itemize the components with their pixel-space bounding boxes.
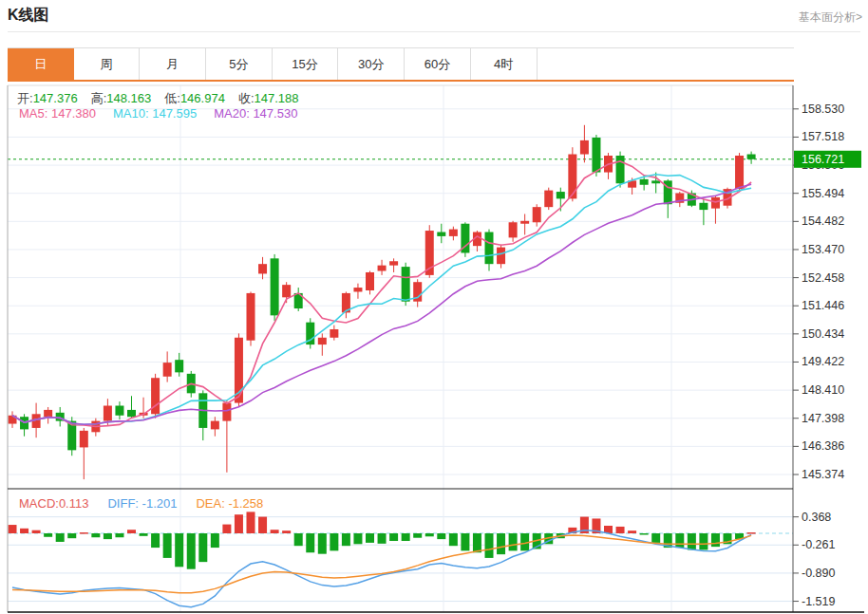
candle-body[interactable] bbox=[544, 191, 553, 208]
macd-bar[interactable] bbox=[461, 533, 469, 550]
macd-bar[interactable] bbox=[32, 530, 41, 533]
candle-body[interactable] bbox=[651, 180, 660, 183]
candle-body[interactable] bbox=[449, 230, 458, 236]
ma5-line bbox=[12, 161, 751, 427]
macd-bar[interactable] bbox=[425, 533, 434, 536]
kline-page: K线图 基本面分析> 日周月5分15分30分60分4时 158.530157.5… bbox=[0, 0, 868, 614]
macd-bar[interactable] bbox=[497, 533, 505, 554]
macd-bar[interactable] bbox=[306, 533, 314, 552]
macd-bar[interactable] bbox=[330, 533, 338, 550]
macd-bar[interactable] bbox=[175, 533, 183, 567]
candle-body[interactable] bbox=[568, 155, 576, 199]
candle-body[interactable] bbox=[509, 222, 518, 237]
macd-bar[interactable] bbox=[151, 533, 160, 548]
open-value: 147.376 bbox=[33, 91, 78, 105]
candle-body[interactable] bbox=[557, 192, 565, 198]
macd-bar[interactable] bbox=[187, 533, 196, 569]
macd-bar[interactable] bbox=[127, 530, 136, 533]
candle-body[interactable] bbox=[247, 293, 255, 341]
macd-bar[interactable] bbox=[342, 533, 350, 546]
macd-bar[interactable] bbox=[378, 533, 387, 544]
candle-body[interactable] bbox=[353, 288, 362, 291]
macd-bar[interactable] bbox=[104, 533, 112, 539]
macd-bar[interactable] bbox=[711, 533, 720, 547]
candle-body[interactable] bbox=[389, 261, 398, 265]
macd-bar[interactable] bbox=[44, 533, 52, 537]
candle-body[interactable] bbox=[222, 403, 231, 421]
candle-body[interactable] bbox=[104, 406, 112, 421]
candle-body[interactable] bbox=[580, 140, 589, 155]
macd-bar[interactable] bbox=[271, 530, 279, 533]
candle-body[interactable] bbox=[616, 156, 625, 183]
candle-body[interactable] bbox=[437, 233, 445, 236]
macd-bar[interactable] bbox=[91, 533, 100, 537]
macd-bar[interactable] bbox=[747, 532, 756, 534]
candle-body[interactable] bbox=[366, 272, 374, 290]
macd-bar[interactable] bbox=[247, 512, 255, 533]
macd-bar[interactable] bbox=[56, 533, 65, 542]
macd-bar[interactable] bbox=[688, 533, 696, 549]
macd-bar[interactable] bbox=[699, 533, 708, 549]
macd-bar[interactable] bbox=[198, 533, 207, 562]
candle-body[interactable] bbox=[402, 267, 410, 302]
candle-body[interactable] bbox=[163, 363, 172, 377]
candle-body[interactable] bbox=[711, 197, 720, 209]
macd-bar[interactable] bbox=[509, 533, 518, 550]
macd-bar[interactable] bbox=[449, 533, 458, 546]
macd-bar[interactable] bbox=[20, 529, 28, 533]
macd-bar[interactable] bbox=[115, 533, 123, 537]
axis-tick-label: -1.519 bbox=[802, 595, 835, 608]
candle-body[interactable] bbox=[282, 285, 291, 297]
macd-bar[interactable] bbox=[318, 533, 327, 554]
candle-body[interactable] bbox=[735, 156, 744, 189]
macd-bar[interactable] bbox=[163, 533, 172, 558]
macd-bar[interactable] bbox=[402, 533, 410, 541]
candle-body[interactable] bbox=[115, 406, 123, 416]
macd-bar[interactable] bbox=[235, 514, 243, 533]
candle-body[interactable] bbox=[127, 410, 136, 417]
macd-bar[interactable] bbox=[366, 533, 374, 543]
candle-body[interactable] bbox=[175, 360, 183, 372]
macd-bar[interactable] bbox=[294, 533, 303, 546]
candle-body[interactable] bbox=[520, 221, 529, 224]
macd-bar[interactable] bbox=[353, 533, 362, 544]
macd-bar[interactable] bbox=[211, 533, 219, 548]
macd-bar[interactable] bbox=[675, 533, 684, 548]
macd-bar[interactable] bbox=[222, 525, 231, 533]
candle-body[interactable] bbox=[592, 138, 600, 173]
macd-bar[interactable] bbox=[258, 517, 267, 533]
macd-bar[interactable] bbox=[640, 533, 649, 535]
macd-bar[interactable] bbox=[80, 532, 88, 534]
macd-bar[interactable] bbox=[473, 533, 481, 552]
candle-body[interactable] bbox=[533, 207, 541, 222]
candle-body[interactable] bbox=[271, 258, 279, 315]
macd-bar[interactable] bbox=[389, 533, 398, 541]
candle-body[interactable] bbox=[497, 248, 505, 265]
macd-bar[interactable] bbox=[616, 527, 625, 533]
candle-body[interactable] bbox=[80, 431, 88, 448]
candles-layer[interactable] bbox=[9, 125, 756, 479]
candle-body[interactable] bbox=[44, 410, 52, 417]
macd-bar[interactable] bbox=[437, 533, 445, 539]
macd-value: 0.113 bbox=[59, 496, 89, 511]
macd-bar[interactable] bbox=[485, 533, 494, 558]
ma5-label: MA5: bbox=[19, 106, 47, 121]
macd-bar[interactable] bbox=[628, 530, 636, 533]
macd-bar[interactable] bbox=[651, 533, 660, 543]
candle-body[interactable] bbox=[211, 421, 219, 430]
candle-body[interactable] bbox=[330, 329, 338, 338]
candle-body[interactable] bbox=[378, 266, 387, 271]
candle-body[interactable] bbox=[318, 338, 327, 344]
macd-bar[interactable] bbox=[282, 530, 291, 533]
macd-bar[interactable] bbox=[67, 533, 76, 538]
candle-body[interactable] bbox=[258, 264, 267, 273]
macd-histogram[interactable] bbox=[9, 512, 756, 568]
macd-bar[interactable] bbox=[413, 533, 422, 538]
macd-bar[interactable] bbox=[140, 533, 148, 536]
candle-body[interactable] bbox=[699, 203, 708, 210]
macd-bar[interactable] bbox=[9, 525, 17, 533]
candle-body[interactable] bbox=[485, 233, 494, 265]
axis-tick-label: 154.482 bbox=[802, 214, 844, 228]
candle-body[interactable] bbox=[747, 155, 756, 159]
candle-body[interactable] bbox=[640, 179, 649, 185]
